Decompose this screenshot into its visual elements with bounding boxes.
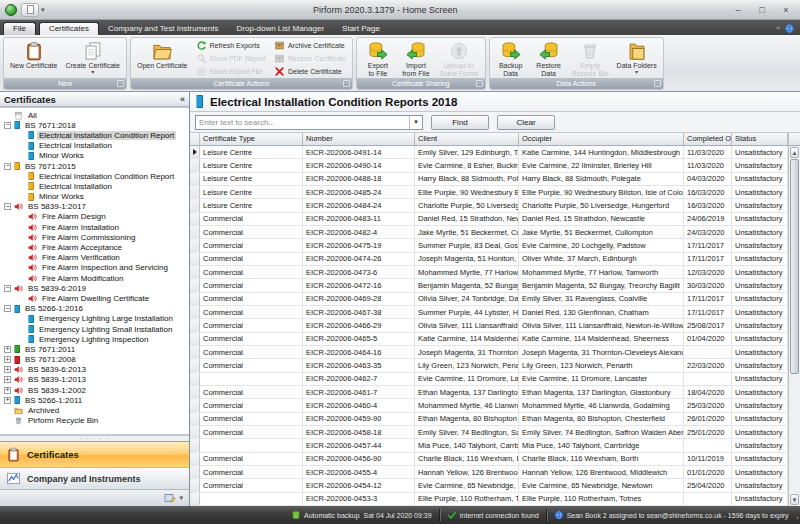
cell-client[interactable]: Benjamin Magenta, 52 Bungay, Treorchy [415, 279, 519, 291]
cell-client[interactable]: Ellie Purple, 110 Rotherham, Totnes [415, 493, 519, 505]
dialog-launcher-icon[interactable] [654, 80, 661, 87]
table-row[interactable]: CommercialEICR-202006-0458-18Emily Silve… [190, 426, 788, 439]
tree-item[interactable]: Fire Alarm Acceptance [0, 242, 189, 252]
cell-client[interactable]: Emily Silver, 74 Bedlington, Saffron [415, 426, 519, 438]
cell-certificate-type[interactable]: Commercial [200, 319, 303, 331]
cell-occupier[interactable]: Daniel Red, 130 Glenfinnan, Chatham [519, 306, 684, 318]
cell-occupier[interactable]: Olivia Silver, 111 Llansanffraid, Newton… [519, 319, 684, 331]
cell-completed-on[interactable]: 24/06/2019 [684, 213, 732, 225]
archive-certificate-button[interactable]: Archive Certificate [270, 39, 350, 52]
table-row[interactable]: Leisure CentreEICR-202006-0488-18Harry B… [190, 173, 788, 186]
row-indicator[interactable] [190, 399, 200, 411]
cell-certificate-type[interactable]: Commercial [200, 293, 303, 305]
quick-access-button[interactable] [21, 3, 39, 17]
cell-client[interactable]: Joseph Magenta, 31 Thornton-Cleveleys [415, 346, 519, 358]
search-dropdown-icon[interactable]: ▾ [409, 116, 422, 129]
cell-certificate-type[interactable] [200, 373, 303, 385]
resize-grip-icon[interactable] [796, 510, 798, 520]
cell-occupier[interactable]: Mia Puce, 140 Talybont, Carrbridge [519, 439, 684, 451]
table-row[interactable]: CommercialEICR-202006-0456-90Charlie Bla… [190, 453, 788, 466]
tree-item[interactable]: −BS 5839-6:2019 [0, 283, 189, 293]
cell-client[interactable]: Harry Black, 88 Sidmouth, Polegate [415, 173, 519, 185]
search-input[interactable] [196, 116, 409, 129]
cell-completed-on[interactable]: 26/01/2020 [684, 413, 732, 425]
cell-occupier[interactable]: Evie Carmine, 20 Lochgelly, Padstow [519, 239, 684, 251]
cell-number[interactable]: EICR-202006-0454-12 [303, 479, 415, 491]
cell-client[interactable]: Mia Puce, 140 Talybont, Carrbridge [415, 439, 519, 451]
cell-completed-on[interactable]: 17/11/2017 [684, 239, 732, 251]
cell-completed-on[interactable]: 22/03/2020 [684, 359, 732, 371]
cell-certificate-type[interactable]: Commercial [200, 466, 303, 478]
cell-completed-on[interactable] [684, 493, 732, 505]
cell-completed-on[interactable]: 25/08/2017 [684, 319, 732, 331]
cell-occupier[interactable]: Charlotte Purple, 50 Liversedge, Hungerf… [519, 199, 684, 211]
cell-occupier[interactable]: Ethan Magenta, 80 Bishopton, Chesterfiel… [519, 413, 684, 425]
cell-number[interactable]: EICR-202006-0453-3 [303, 493, 415, 505]
cell-number[interactable]: EICR-202006-0455-4 [303, 466, 415, 478]
tree-item[interactable]: Emergency Lighting Inspection [0, 334, 189, 344]
table-row[interactable]: CommercialEICR-202006-0465-5Katie Carmin… [190, 333, 788, 346]
cell-certificate-type[interactable]: Commercial [200, 399, 303, 411]
cell-number[interactable]: EICR-202006-0474-26 [303, 253, 415, 265]
scroll-down-icon[interactable]: ▼ [790, 494, 799, 505]
row-indicator[interactable] [190, 333, 200, 345]
tree-item[interactable]: −BS 7671:2018 [0, 120, 189, 130]
cell-completed-on[interactable]: 11/03/2020 [684, 146, 732, 158]
cell-certificate-type[interactable]: Commercial [200, 333, 303, 345]
tree-item[interactable]: Fire Alarm Installation [0, 222, 189, 232]
cell-status[interactable]: Unsatisfactory [732, 439, 788, 451]
expander-icon[interactable]: − [4, 285, 11, 292]
row-indicator[interactable] [190, 253, 200, 265]
cell-completed-on[interactable]: 17/11/2017 [684, 293, 732, 305]
cell-occupier[interactable]: Evie Carmine, 11 Dromore, Lancaster [519, 373, 684, 385]
cell-number[interactable]: EICR-202006-0462-7 [303, 373, 415, 385]
cell-certificate-type[interactable]: Commercial [200, 386, 303, 398]
cell-status[interactable]: Unsatisfactory [732, 426, 788, 438]
cell-certificate-type[interactable]: Commercial [200, 479, 303, 491]
cell-status[interactable]: Unsatisfactory [732, 306, 788, 318]
expander-icon[interactable]: + [4, 346, 11, 353]
cell-number[interactable]: EICR-202006-0464-16 [303, 346, 415, 358]
cell-certificate-type[interactable]: Commercial [200, 453, 303, 465]
cell-client[interactable]: Jake Myrtle, 51 Beckermet, Cullompton [415, 226, 519, 238]
expander-icon[interactable]: + [4, 356, 11, 363]
cell-number[interactable]: EICR-202006-0484-24 [303, 199, 415, 211]
row-indicator[interactable] [190, 413, 200, 425]
cell-completed-on[interactable]: 11/03/2020 [684, 159, 732, 171]
cell-number[interactable]: EICR-202006-0465-5 [303, 333, 415, 345]
table-row[interactable]: CommercialEICR-202006-0464-16Joseph Mage… [190, 346, 788, 359]
cell-status[interactable]: Unsatisfactory [732, 466, 788, 478]
tree-item[interactable]: Electrical Installation Condition Report [0, 130, 189, 140]
backup-data-button[interactable]: Backup Data [492, 39, 530, 78]
tab-certificates[interactable]: Certificates [39, 22, 99, 35]
tab-file[interactable]: File [3, 22, 36, 35]
cell-occupier[interactable]: Evie Carmine, 65 Newbridge, Newtown [519, 479, 684, 491]
row-indicator[interactable] [190, 146, 200, 158]
row-indicator[interactable] [190, 279, 200, 291]
cell-completed-on[interactable]: 24/03/2020 [684, 226, 732, 238]
table-row[interactable]: Leisure CentreEICR-202006-0491-14Emily S… [190, 146, 788, 159]
cell-status[interactable]: Unsatisfactory [732, 253, 788, 265]
tree-item[interactable]: +BS 5839-1:2013 [0, 375, 189, 385]
cell-number[interactable]: EICR-202006-0482-4 [303, 226, 415, 238]
cell-completed-on[interactable]: 16/03/2020 [684, 186, 732, 198]
row-indicator[interactable] [190, 293, 200, 305]
close-button[interactable]: × [774, 2, 798, 18]
cell-occupier[interactable]: Ellie Purple, 90 Wednesbury Bilston, Isl… [519, 186, 684, 198]
cell-client[interactable]: Joseph Magenta, 51 Honiton, Edinburgh [415, 253, 519, 265]
table-row[interactable]: CommercialEICR-202006-0482-4Jake Myrtle,… [190, 226, 788, 239]
expander-icon[interactable]: + [4, 397, 11, 404]
cell-client[interactable]: Summer Purple, 83 Deal, Gosport [415, 239, 519, 251]
tree-item[interactable]: −BS 5839-1:2017 [0, 202, 189, 212]
column-header-status[interactable]: Status [732, 133, 788, 145]
cell-occupier[interactable]: Katie Carmine, 114 Maidenhead, Sheerness [519, 333, 684, 345]
cell-status[interactable]: Unsatisfactory [732, 279, 788, 291]
row-indicator[interactable] [190, 466, 200, 478]
table-row[interactable]: CommercialEICR-202006-0474-26Joseph Mage… [190, 253, 788, 266]
cell-client[interactable]: Evie Carmine, 65 Newbridge, Newtown [415, 479, 519, 491]
cell-certificate-type[interactable]: Leisure Centre [200, 186, 303, 198]
table-row[interactable]: EICR-202006-0462-7Evie Carmine, 11 Dromo… [190, 373, 788, 386]
table-row[interactable]: CommercialEICR-202006-0460-4Mohammed Myr… [190, 399, 788, 412]
cell-status[interactable]: Unsatisfactory [732, 479, 788, 491]
cell-certificate-type[interactable] [200, 439, 303, 451]
